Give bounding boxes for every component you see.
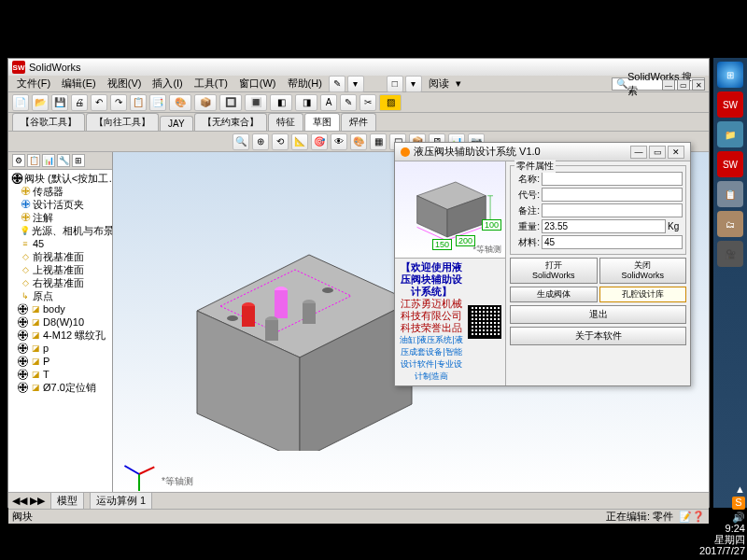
view-icon[interactable]: 🔍 — [233, 133, 249, 150]
ribbon-tab[interactable]: JAY — [160, 116, 193, 131]
input-weight[interactable] — [542, 219, 666, 233]
open-solidworks-button[interactable]: 打开 SolidWorks — [510, 258, 598, 284]
tree-item[interactable]: 🕀◪p — [10, 342, 110, 355]
taskbar-icon[interactable]: 🗂 — [717, 211, 743, 237]
tree-tab-icon[interactable]: 📋 — [27, 154, 40, 167]
view-icon[interactable]: 🎨 — [350, 133, 367, 150]
ribbon-tab[interactable]: 特征 — [268, 113, 303, 131]
ribbon-tab[interactable]: 【向往工具】 — [86, 113, 159, 131]
tree-item[interactable]: 🕀传感器 — [10, 185, 110, 198]
sw-taskbar-icon[interactable]: SW — [717, 91, 743, 118]
close-solidworks-button[interactable]: 关闭 SolidWorks — [599, 258, 687, 284]
tree-item[interactable]: 🕀◪D8(W)10 — [10, 315, 110, 329]
about-button[interactable]: 关于本软件 — [510, 327, 686, 345]
maximize-icon[interactable]: ▭ — [677, 79, 690, 91]
taskbar-icon[interactable]: 📋 — [717, 181, 743, 207]
tool-icon[interactable]: ✎ — [340, 94, 357, 111]
view-icon[interactable]: ⊕ — [252, 133, 269, 150]
tree-item[interactable]: 🕀◪P — [10, 355, 110, 368]
view-icon[interactable]: 👁 — [331, 133, 347, 150]
dialog-minimize-icon[interactable]: — — [630, 146, 647, 159]
tree-tab-icon[interactable]: 📊 — [42, 154, 55, 167]
tool-icon[interactable]: ↶ — [91, 94, 107, 111]
part-properties-group: 零件属性 名称: 代号: 备注: 重量:Kg 材料: — [510, 165, 686, 255]
view-icon[interactable]: ⟲ — [272, 133, 289, 150]
taskbar-icon[interactable]: 🎥 — [717, 241, 743, 267]
toolbar-icon[interactable]: □ — [387, 76, 403, 92]
tree-root[interactable]: 🕀 阀块 (默认<按加工… — [10, 172, 110, 185]
tree-item[interactable]: ≡45 — [10, 237, 110, 250]
windows-start-icon[interactable]: ⊞ — [717, 62, 743, 88]
save-icon[interactable]: 💾 — [51, 94, 68, 111]
tool-icon[interactable]: 📦 — [194, 94, 217, 111]
taskbar-icon[interactable]: 📁 — [717, 121, 743, 147]
tool-icon[interactable]: A — [320, 94, 337, 111]
tree-tab-icon[interactable]: ⊞ — [72, 154, 85, 167]
highlight-tool-icon[interactable]: ▨ — [379, 94, 402, 111]
tree-item[interactable]: 🕀◪4-M12 螺纹孔 — [10, 329, 110, 342]
tree-item[interactable]: 💡光源、相机与布景 — [10, 224, 110, 237]
tool-icon[interactable]: 📋 — [130, 94, 147, 111]
ribbon-tab[interactable]: 焊件 — [341, 113, 376, 131]
tool-icon[interactable]: 🎨 — [169, 94, 191, 111]
menu-help[interactable]: 帮助(H) — [283, 76, 327, 91]
tree-item[interactable]: ◇前视基准面 — [10, 250, 110, 263]
menu-edit[interactable]: 编辑(E) — [57, 76, 101, 91]
feature-tree[interactable]: 🕀 阀块 (默认<按加工… 🕀传感器 🕀设计活页夹 🕀注解 💡光源、相机与布景 … — [8, 170, 112, 396]
toolbar-icon[interactable]: ▾ — [405, 76, 422, 92]
tool-icon[interactable]: 🔳 — [245, 94, 267, 111]
read-dropdown[interactable]: 阅读 — [424, 76, 454, 91]
new-icon[interactable]: 📄 — [12, 94, 29, 111]
tree-tab-icon[interactable]: 🔧 — [57, 154, 70, 167]
tree-item[interactable]: 🕀◪Ø7.0定位销 — [10, 381, 110, 394]
tree-item[interactable]: 🕀设计活页夹 — [10, 198, 110, 211]
tool-icon[interactable]: ◨ — [295, 94, 317, 111]
toolbar-icon[interactable]: ▾ — [347, 76, 364, 92]
tree-item[interactable]: 🕀◪body — [10, 302, 110, 315]
dialog-maximize-icon[interactable]: ▭ — [649, 146, 666, 159]
view-icon[interactable]: 🎯 — [311, 133, 328, 150]
view-icon[interactable]: ▦ — [370, 133, 387, 150]
status-icon[interactable]: 📝 — [679, 511, 692, 523]
tool-icon[interactable]: ✂ — [359, 94, 376, 111]
tree-item[interactable]: 🕀注解 — [10, 211, 110, 224]
input-note[interactable] — [542, 203, 683, 217]
menu-window[interactable]: 窗口(W) — [234, 76, 281, 91]
toolbar-icon[interactable]: ✎ — [329, 76, 345, 92]
bottom-tab-model[interactable]: 模型 — [50, 492, 84, 510]
close-icon[interactable]: ✕ — [692, 79, 705, 91]
dialog-close-icon[interactable]: ✕ — [668, 146, 684, 159]
tool-icon[interactable]: ◧ — [270, 94, 292, 111]
menu-view[interactable]: 视图(V) — [103, 76, 147, 91]
input-material[interactable] — [542, 235, 683, 249]
tree-item[interactable]: ◇上视基准面 — [10, 263, 110, 276]
tree-tab-icon[interactable]: ⚙ — [12, 154, 25, 167]
dialog-preview[interactable]: 100 200 150 *等轴测 — [395, 161, 505, 259]
tree-item[interactable]: ↳原点 — [10, 289, 110, 302]
tree-item[interactable]: ◇右视基准面 — [10, 276, 110, 289]
menu-insert[interactable]: 插入(I) — [148, 76, 187, 91]
sw-taskbar-icon[interactable]: SW — [717, 151, 743, 177]
menu-tools[interactable]: 工具(T) — [190, 76, 233, 91]
menu-file[interactable]: 文件(F) — [12, 76, 55, 91]
exit-button[interactable]: 退出 — [510, 305, 686, 324]
system-tray[interactable]: ▲ S 🔊 9:24 星期四 2017/7/27 — [699, 483, 745, 556]
input-code[interactable] — [542, 188, 683, 202]
cavity-library-button[interactable]: 孔腔设计库 — [599, 287, 687, 302]
input-name[interactable] — [542, 172, 683, 186]
view-icon[interactable]: 📐 — [291, 133, 308, 150]
generate-valve-button[interactable]: 生成阀体 — [510, 287, 598, 302]
ribbon-tab[interactable]: 【谷歌工具】 — [12, 113, 85, 131]
tree-item[interactable]: 🕀◪T — [10, 368, 110, 381]
tool-icon[interactable]: ↷ — [110, 94, 127, 111]
open-icon[interactable]: 📂 — [32, 94, 49, 111]
tab-arrows[interactable]: ◀◀ ▶▶ — [12, 495, 45, 507]
bottom-tab-motion[interactable]: 运动算例 1 — [90, 492, 152, 510]
print-icon[interactable]: 🖨 — [71, 94, 88, 111]
minimize-icon[interactable]: — — [662, 79, 675, 91]
dialog-titlebar[interactable]: 液压阀块辅助设计系统 V1.0 — ▭ ✕ — [395, 143, 690, 161]
tool-icon[interactable]: 📑 — [149, 94, 166, 111]
ribbon-tab-sketch[interactable]: 草图 — [304, 113, 340, 131]
tool-icon[interactable]: 🔲 — [219, 94, 242, 111]
ribbon-tab[interactable]: 【无约束合】 — [194, 113, 267, 131]
